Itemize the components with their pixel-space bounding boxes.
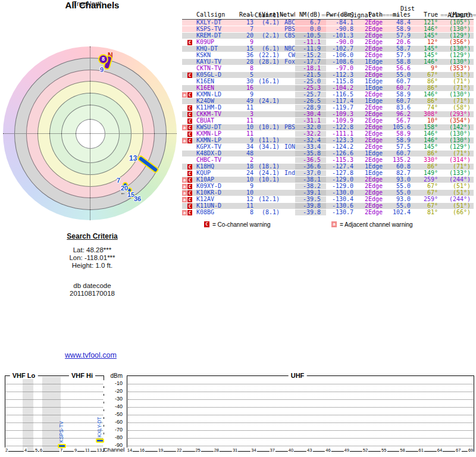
site-link-wrap: www.tvfool.com [0, 351, 181, 359]
table-row: aCKXMN-LP9(11.1)-32.4-123.32Edge58.9146°… [182, 137, 474, 144]
cell-netwk: CBS [280, 33, 295, 39]
cell-nm: -33.4 [295, 144, 326, 150]
channel-tick-25: 25 [195, 447, 201, 453]
cell-real: 15 [237, 46, 253, 52]
warning-marker-cell: C [182, 131, 196, 137]
channel-tick-6: 6 [39, 447, 43, 453]
cell-magn: (51°) [440, 72, 472, 78]
channel-tick-69: 69 [468, 447, 474, 453]
channel-9-label: 9 [100, 66, 104, 73]
warning-marker-cell: C [182, 111, 196, 117]
cell-miles: 56.6 [385, 65, 415, 71]
table-row: aCK08BG8(8.1)-39.8-130.72Edge102.481°(66… [182, 209, 474, 216]
cell-virt [253, 105, 280, 111]
table-row: CKTN-TV8-18.1-97.02Edge56.69°(353°) [182, 65, 474, 72]
gridline--30 [128, 399, 473, 400]
cell-path: 2Edge [358, 39, 385, 45]
warning-marker-cell: aC [182, 190, 196, 196]
cell-path: 2Edge [358, 196, 385, 202]
cell-real: 34 [237, 144, 253, 150]
cell-pwr: -97.0 [326, 65, 358, 71]
cell-pwr: -84.1 [326, 20, 358, 26]
cell-netwk [280, 196, 295, 202]
channel-tick-52: 52 [362, 447, 368, 453]
cell-true: 330° [415, 157, 440, 163]
cell-nm: -39.8 [295, 209, 326, 215]
co-channel-warning-icon: C [187, 210, 192, 215]
signal-bar-kxly-dt [96, 439, 104, 443]
co-channel-warning-icon: C [204, 221, 209, 227]
cell-nm: -36.5 [295, 157, 326, 163]
cell-magn: (353°) [440, 65, 472, 71]
cell-callsign: K24DW [196, 98, 237, 104]
cell-virt: (16.1) [253, 79, 280, 84]
cell-nm: -11.1 [295, 39, 326, 45]
signal-group-header: ========Signal======== [300, 5, 389, 12]
cell-miles: 58.8 [385, 59, 415, 65]
gridline--30 [6, 399, 103, 400]
cell-real: 20 [237, 33, 253, 39]
cell-real: 8 [237, 65, 253, 71]
adjacent-warning-icon: a [182, 190, 187, 196]
cell-magn: (130°) [440, 92, 472, 98]
cell-callsign: K08BG [196, 209, 237, 215]
col-callsign: Callsign [196, 12, 237, 19]
cell-path: 2Edge [358, 177, 385, 183]
cell-true: 146° [415, 131, 440, 137]
cell-magn: (129°) [440, 144, 472, 150]
cell-true: 86° [415, 98, 440, 104]
channel-tick-16: 16 [139, 447, 145, 453]
adjacent-warning-icon: a [182, 138, 187, 143]
vhf-gray-band [23, 377, 33, 450]
cell-miles: 57.9 [385, 33, 415, 39]
warning-marker-cell: C [182, 72, 196, 78]
cell-netwk: Fox [280, 59, 295, 65]
table-row: KSPS-TV7PBS0.0-90.82Edge58.9146°(130°) [182, 26, 474, 33]
cell-pwr: -124.2 [326, 144, 358, 150]
cell-nm: -31.1 [295, 118, 326, 124]
cell-true: 81° [415, 209, 440, 215]
cell-callsign: K16EN [196, 85, 237, 91]
tvfool-link[interactable]: www.tvfool.com [65, 351, 117, 359]
table-row: aCK10KR-D10-39.1-130.02Edge55.067°(51°) [182, 190, 474, 196]
cell-magn: (51°) [440, 183, 472, 189]
cell-callsign: KGPX-TV [196, 144, 237, 150]
cell-pwr: -108.6 [326, 59, 358, 65]
cell-real: 24 [237, 170, 253, 176]
longitude-value: Lon: -118.01*** [33, 254, 152, 262]
co-channel-warning-icon: C [187, 112, 192, 117]
cell-nm: -38.2 [295, 183, 326, 189]
cell-pwr: -112.3 [326, 72, 358, 78]
cell-miles: 57.9 [385, 52, 415, 58]
cell-true: 67° [415, 183, 440, 189]
cell-virt [253, 39, 280, 45]
cell-virt: (22.1) [253, 52, 280, 58]
cell-pwr: -127.4 [326, 164, 358, 170]
cell-pwr: -102.7 [326, 46, 358, 52]
cell-miles: 60.7 [385, 98, 415, 104]
cell-callsign: K11UN-D [196, 203, 237, 209]
co-channel-warning-icon: C [187, 40, 192, 45]
gridline--90 [128, 446, 473, 446]
cell-path: 2Edge [358, 65, 385, 71]
cell-nm: -15.2 [295, 52, 326, 58]
cell-callsign: K10AP [196, 177, 237, 183]
cell-path: 1Edge [358, 164, 385, 170]
dbm-tick-label: -50 [104, 411, 123, 417]
adjacent-warning-icon: a [182, 210, 187, 215]
channel-7-label: 7 [117, 177, 120, 184]
gridline--80 [128, 438, 473, 439]
cell-true: 259° [415, 196, 440, 202]
cell-callsign: K11HM-D [196, 105, 237, 111]
cell-netwk [280, 39, 295, 45]
cell-pwr: -90.0 [326, 39, 358, 45]
warning-marker-cell: C [182, 164, 196, 170]
channel-8-marker: 8 [98, 54, 108, 64]
table-row: CHBC-TV2-36.5-115.32Edge135.2330°(314°) [182, 157, 474, 164]
channel-tick-4: 4 [24, 447, 27, 453]
table-row: K16EN16-25.3-104.21Edge60.786°(71°) [182, 85, 474, 92]
channel-tick-64: 64 [437, 447, 443, 453]
channel-tick-49: 49 [344, 447, 350, 453]
adjacent-channel-warning-icon: a [331, 221, 337, 227]
cell-true: 146° [415, 92, 440, 98]
